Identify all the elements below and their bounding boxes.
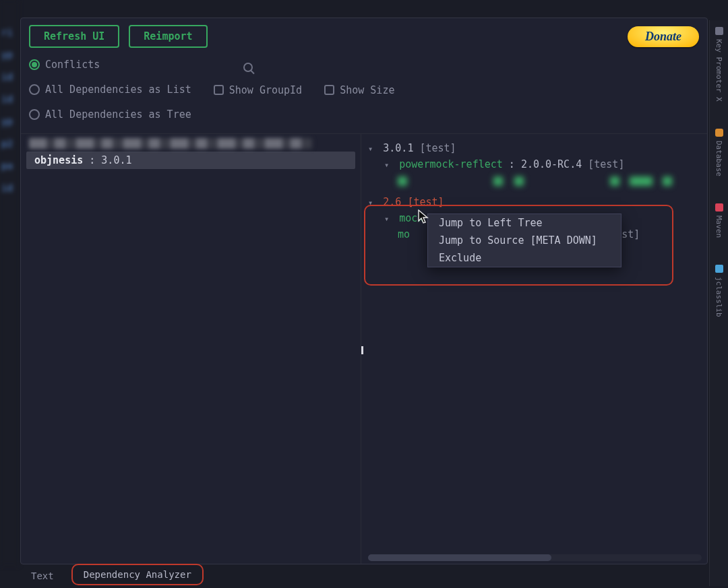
check-groupid[interactable]: Show GroupId	[214, 79, 302, 102]
radio-icon	[29, 109, 40, 120]
check-size[interactable]: Show Size	[324, 79, 394, 102]
tab-text[interactable]: Text	[20, 566, 65, 585]
dep-version: 3.0.1	[101, 154, 131, 166]
split-body: objnesis : 3.0.1 3.0.1 [test] powermock-…	[21, 133, 707, 564]
node-artifact: mock	[399, 212, 423, 224]
splitter-handle[interactable]	[361, 346, 363, 354]
node-scope: [test]	[419, 142, 456, 154]
maven-icon	[715, 203, 723, 211]
editor-gutter: ri yp idid ypp2 pa id	[0, 0, 19, 566]
refresh-button[interactable]: Refresh UI	[29, 25, 119, 48]
radio-label: All Dependencies as List	[45, 78, 191, 101]
list-item[interactable]: objnesis : 3.0.1	[26, 152, 355, 169]
dependency-tree-pane: 3.0.1 [test] powermock-reflect : 2.0.0-R…	[361, 134, 707, 564]
toolbar: Refresh UI Reimport Donate	[21, 18, 707, 53]
context-menu: Jump to Left Tree Jump to Source [META D…	[427, 214, 621, 267]
toolwindow-keypromoter[interactable]: Key Promoter X	[715, 27, 723, 102]
tree-node[interactable]: powermock-reflect : 2.0.0-RC.4 [test]	[368, 158, 700, 170]
dependency-analyzer-panel: Refresh UI Reimport Donate Conflicts All…	[20, 18, 708, 564]
node-artifact: powermock-reflect	[399, 158, 503, 170]
toolwindow-maven[interactable]: Maven	[715, 203, 723, 238]
node-version: 2.0.0-RC.4	[521, 158, 582, 170]
node-version: 2.6	[383, 196, 401, 208]
checkbox-icon	[214, 85, 224, 95]
check-label: Show Size	[340, 79, 394, 102]
tree-node-redacted	[368, 174, 700, 187]
radio-icon	[29, 59, 40, 70]
node-version: 3.0.1	[383, 142, 413, 154]
toolwindow-label: jclasslib	[715, 277, 723, 317]
horizontal-scrollbar[interactable]	[368, 554, 702, 561]
radio-list[interactable]: All Dependencies as List	[29, 78, 191, 101]
reimport-button[interactable]: Reimport	[129, 25, 207, 48]
toolwindow-database[interactable]: Database	[715, 129, 723, 176]
chevron-down-icon[interactable]	[368, 196, 373, 208]
node-artifact: mo	[398, 228, 410, 240]
radio-conflicts[interactable]: Conflicts	[29, 53, 100, 76]
node-sep: :	[503, 158, 521, 170]
check-label: Show GroupId	[229, 79, 302, 102]
right-toolwindows: Key Promoter X Database Maven jclasslib	[709, 20, 728, 586]
chevron-down-icon[interactable]	[368, 142, 373, 154]
menu-item-jump-source[interactable]: Jump to Source [META DOWN]	[428, 232, 621, 249]
scrollbar-thumb[interactable]	[368, 554, 551, 561]
redacted-item	[29, 138, 312, 149]
toolwindow-jclasslib[interactable]: jclasslib	[715, 265, 723, 317]
conflicts-list-pane: objnesis : 3.0.1	[21, 134, 361, 564]
tree-node-conflict[interactable]: 2.6 [test]	[368, 196, 700, 208]
donate-button[interactable]: Donate	[628, 26, 699, 47]
checkbox-icon	[324, 85, 334, 95]
node-scope: [test]	[407, 196, 444, 208]
gear-icon	[715, 27, 723, 35]
dep-sep: :	[83, 154, 101, 166]
radio-label: Conflicts	[45, 53, 100, 76]
view-options: Conflicts All Dependencies as List Show …	[21, 53, 707, 133]
radio-tree[interactable]: All Dependencies as Tree	[29, 103, 191, 126]
toolwindow-label: Key Promoter X	[715, 39, 723, 102]
toolwindow-label: Maven	[715, 216, 723, 238]
chevron-down-icon[interactable]	[384, 212, 389, 224]
chevron-down-icon[interactable]	[384, 158, 389, 170]
node-scope-tail: st]	[621, 228, 640, 240]
radio-icon	[29, 84, 40, 95]
dep-name: objnesis	[34, 154, 83, 166]
editor-tabs: Text Dependency Analyzer	[20, 565, 204, 585]
jclasslib-icon	[715, 265, 723, 273]
radio-label: All Dependencies as Tree	[45, 103, 191, 126]
database-icon	[715, 129, 723, 137]
menu-item-exclude[interactable]: Exclude	[428, 249, 621, 267]
node-scope: [test]	[588, 158, 624, 170]
search-icon[interactable]	[243, 63, 253, 72]
menu-item-jump-left[interactable]: Jump to Left Tree	[428, 214, 621, 232]
toolwindow-label: Database	[715, 141, 723, 176]
tree-node[interactable]: 3.0.1 [test]	[368, 142, 700, 154]
tab-dependency-analyzer[interactable]: Dependency Analyzer	[71, 564, 204, 585]
